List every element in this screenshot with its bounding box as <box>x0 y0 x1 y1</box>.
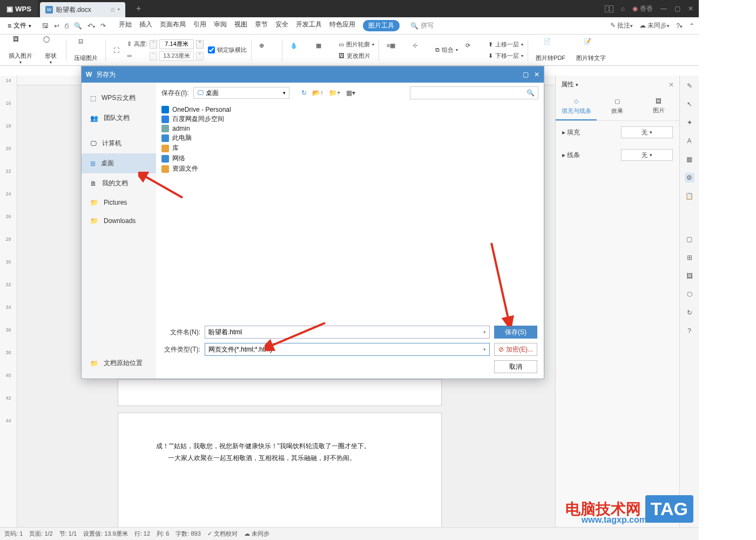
menu-review[interactable]: 审阅 <box>214 20 227 31</box>
clipboard-icon[interactable]: 📋 <box>685 191 694 201</box>
settings-icon[interactable]: ⚙ <box>685 173 694 183</box>
maximize-icon[interactable]: ▢ <box>674 5 680 12</box>
file-lib[interactable]: 库 <box>161 143 538 153</box>
shape-btn[interactable]: ◯形状▾ <box>40 36 62 65</box>
hex-icon[interactable]: ⬡ <box>685 289 694 299</box>
cancel-button[interactable]: 取消 <box>494 360 537 373</box>
file-baidu[interactable]: 百度网盘同步空间 <box>161 114 538 124</box>
wrap-icon[interactable]: ≡▦ <box>383 42 405 58</box>
search-input[interactable]: 🔍 拼写 <box>410 21 434 30</box>
table-icon[interactable]: ▦ <box>685 154 694 164</box>
dialog-search-input[interactable]: 🔍 <box>410 86 538 99</box>
menu-section[interactable]: 章节 <box>255 20 268 31</box>
up-folder-icon[interactable]: 📂↑ <box>312 89 323 97</box>
panel-close-icon[interactable]: ✕ <box>669 81 674 89</box>
save-button[interactable]: 保存(S) <box>494 326 537 339</box>
add-shape-icon[interactable]: ⊕ <box>256 42 278 58</box>
nav-team[interactable]: 👥团队文档 <box>82 108 156 128</box>
document-page[interactable]: 成！""姑姑，我敬您，祝您新年健康快乐！"我喝饮料轮流敬了一圈才坐下。 一大家人… <box>118 413 442 531</box>
tab-image[interactable]: 🖼图片 <box>638 93 679 120</box>
menu-insert[interactable]: 插入 <box>139 20 152 31</box>
help-icon[interactable]: ?▾ <box>676 22 683 30</box>
encrypt-button[interactable]: ⊘加密(E)... <box>494 343 537 356</box>
tab-effect[interactable]: ▢效果 <box>597 93 638 120</box>
gallery-icon[interactable]: 🖼 <box>685 271 694 281</box>
question-icon[interactable]: ? <box>685 326 694 336</box>
text-icon[interactable]: A <box>685 136 694 146</box>
print-icon[interactable]: ⎙ <box>65 22 69 30</box>
menu-ref[interactable]: 引用 <box>193 20 206 31</box>
new-folder-icon[interactable]: 📁+ <box>329 89 341 97</box>
save-icon[interactable]: 🖫 <box>42 22 49 30</box>
pic-outline-btn[interactable]: ▭ 图片轮廓▾ <box>339 40 374 49</box>
menu-security[interactable]: 安全 <box>275 20 288 31</box>
home-icon[interactable]: ⌂ <box>621 5 625 12</box>
menu-pictool[interactable]: 图片工具 <box>363 20 400 31</box>
up-layer-btn[interactable]: ⬆ 上移一层▾ <box>488 40 523 49</box>
height-plus[interactable]: + <box>196 40 204 49</box>
compress-btn[interactable]: ⊡压缩图片 <box>71 38 101 62</box>
view-icon[interactable]: ▦▾ <box>346 89 355 97</box>
sync-btn[interactable]: ☁ 未同步▾ <box>639 21 670 30</box>
height-input[interactable] <box>159 39 194 49</box>
align-icon[interactable]: ⊹ <box>409 42 431 58</box>
location-combo[interactable]: 🖵 桌面 ▾ <box>193 87 289 99</box>
drop-icon[interactable]: 💧 <box>287 42 308 58</box>
pic-frame-icon[interactable]: ▦ <box>313 42 334 58</box>
fill-row[interactable]: ▸ 填充 无▾ <box>556 121 679 144</box>
dialog-max-icon[interactable]: ▢ <box>523 71 529 78</box>
wps-logo[interactable]: ▣WPS <box>0 0 38 17</box>
menu-dev[interactable]: 开发工具 <box>296 20 322 31</box>
width-input[interactable] <box>159 51 194 61</box>
proof-btn[interactable]: ✓ 文档校对 <box>207 530 238 538</box>
menu-view[interactable]: 视图 <box>234 20 247 31</box>
nav-desktop[interactable]: ⊞桌面 <box>82 153 156 173</box>
sync-status[interactable]: ☁ 未同步 <box>244 530 269 538</box>
line-select[interactable]: 无▾ <box>621 149 673 161</box>
change-pic-btn[interactable]: 🖼 更改图片 <box>339 52 374 60</box>
menu-feature[interactable]: 特色应用 <box>329 20 355 31</box>
select-icon[interactable]: ↖ <box>685 99 694 109</box>
menu-layout[interactable]: 页面布局 <box>160 20 186 31</box>
collapse-icon[interactable]: ⌃ <box>689 22 694 30</box>
file-list[interactable]: OneDrive - Personal 百度网盘同步空间 admin 此电脑 库… <box>156 103 544 322</box>
file-resources[interactable]: 资源文件 <box>161 164 538 174</box>
undo-icon[interactable]: ↶▾ <box>87 22 95 30</box>
user-label[interactable]: ◉香香 <box>632 4 653 14</box>
file-network[interactable]: 网络 <box>161 153 538 164</box>
minimize-icon[interactable]: — <box>660 5 667 12</box>
sparkle-icon[interactable]: ✦ <box>685 118 694 127</box>
insert-image-btn[interactable]: 🖼插入图片▾ <box>5 36 36 65</box>
undo-arrow-icon[interactable]: ↩ <box>54 22 59 30</box>
nav-original-location[interactable]: 📁文档原始位置 <box>82 353 156 373</box>
document-tab[interactable]: W 盼望着.docx ⎚ • <box>40 2 125 17</box>
to-pdf-btn[interactable]: 📄图片转PDF <box>532 38 569 62</box>
nav-mydocs[interactable]: 🗎我的文档 <box>82 173 156 193</box>
rotate-icon[interactable]: ⟳ <box>462 42 484 58</box>
file-menu[interactable]: ≡ 文件▾ <box>4 19 35 32</box>
box-icon[interactable]: ▢ <box>685 234 694 244</box>
annotate-btn[interactable]: ✎ 批注▾ <box>610 21 633 30</box>
to-text-btn[interactable]: 📝图片转文字 <box>573 38 609 62</box>
height-minus[interactable]: − <box>150 40 157 49</box>
nav-pictures[interactable]: 📁Pictures <box>82 193 156 212</box>
line-row[interactable]: ▸ 线条 无▾ <box>556 144 679 166</box>
lock-ratio-checkbox[interactable]: 锁定纵横比 <box>208 46 247 54</box>
tab-fill-line[interactable]: ◇填充与线条 <box>556 93 597 120</box>
crop-icon[interactable]: ⛶ <box>113 47 119 53</box>
back-icon[interactable]: ↻ <box>301 89 307 97</box>
nav-downloads[interactable]: 📁Downloads <box>82 212 156 230</box>
close-icon[interactable]: ✕ <box>688 5 693 12</box>
edit-icon[interactable]: ✎ <box>685 81 694 91</box>
dialog-close-icon[interactable]: ✕ <box>534 71 539 78</box>
dialog-titlebar[interactable]: W 另存为 ▢ ✕ <box>82 66 544 83</box>
nav-cloud[interactable]: ⬚WPS云文档 <box>82 88 156 108</box>
preview-icon[interactable]: 🔍 <box>74 22 82 30</box>
filetype-combo[interactable]: 网页文件(*.html;*.htm)▾ <box>205 343 490 356</box>
layout-icon[interactable]: ⊞ <box>685 253 694 262</box>
file-admin[interactable]: admin <box>161 124 538 133</box>
combine-btn[interactable]: ⧉ 组合▾ <box>435 46 458 54</box>
history-icon[interactable]: ↻ <box>685 308 694 318</box>
add-tab-button[interactable]: + <box>136 4 141 14</box>
menu-start[interactable]: 开始 <box>119 20 132 31</box>
